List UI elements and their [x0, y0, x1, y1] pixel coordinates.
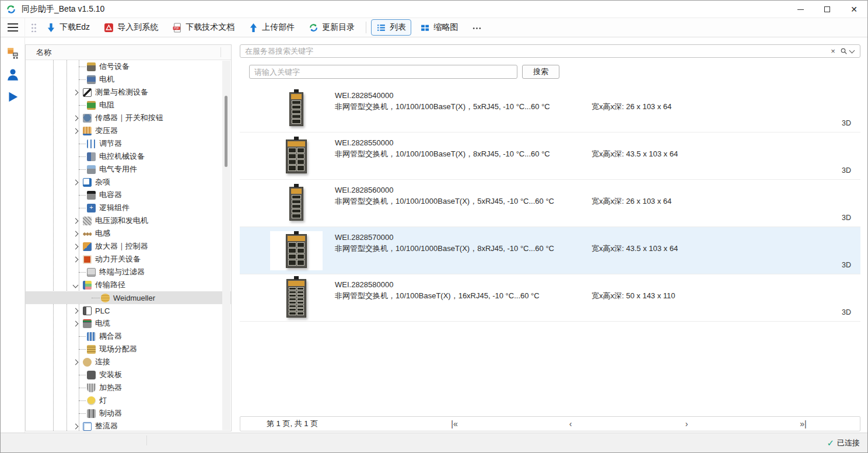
keyword-input[interactable]	[249, 65, 517, 79]
thumbnail-view-button[interactable]: 缩略图	[415, 19, 463, 36]
first-page-button[interactable]: |«	[443, 419, 466, 428]
tree-scrollbar-thumb[interactable]	[225, 96, 228, 167]
pdf-doc-button[interactable]: PDF下载技术文档	[167, 19, 240, 36]
tree-connector	[79, 388, 86, 388]
chevron-right-icon[interactable]	[73, 359, 79, 365]
tree-item[interactable]: 电气专用件	[26, 163, 231, 176]
tree-item[interactable]: 灯	[26, 394, 231, 407]
search-icon[interactable]	[838, 47, 849, 56]
inductor-icon	[83, 229, 92, 238]
measurement-icon	[83, 88, 92, 97]
search-button[interactable]: 搜索	[522, 65, 559, 79]
tree-item[interactable]: 动力开关设备	[26, 253, 231, 266]
tree-item[interactable]: 电压源和发电机	[26, 214, 231, 227]
chevron-right-icon[interactable]	[73, 308, 79, 313]
tree-item[interactable]: 加热器	[26, 381, 231, 394]
tree-item[interactable]: 连接	[26, 356, 231, 368]
terminal-filter-icon	[87, 268, 96, 277]
tree-item-label: 电容器	[99, 190, 122, 200]
tree-connector	[92, 298, 100, 298]
tree-item[interactable]: 电机	[26, 73, 231, 86]
tree-header-label: 名称	[36, 48, 51, 57]
cart-icon[interactable]	[6, 46, 20, 60]
column-resize-handle[interactable]	[220, 47, 221, 57]
tree-item-label: 信号设备	[99, 61, 130, 72]
product-row[interactable]: WEI.2828540000非网管型交换机，10/100/100BaseT(X)…	[240, 85, 860, 133]
toolbar-drag-handle[interactable]	[31, 23, 36, 32]
minimize-button[interactable]	[787, 1, 814, 18]
tree-item[interactable]: Weidmueller	[26, 291, 231, 304]
tree-scrollbar[interactable]	[222, 61, 230, 430]
tree-item-label: 调节器	[99, 138, 122, 149]
close-button[interactable]: ✕	[841, 1, 867, 18]
chevron-right-icon[interactable]	[73, 115, 79, 121]
tree-item[interactable]: 逻辑组件	[26, 201, 231, 214]
user-icon[interactable]	[6, 68, 20, 82]
chevron-right-icon[interactable]	[73, 128, 79, 134]
connection-status: ✓ 已连接	[827, 438, 860, 448]
tree-item[interactable]: 整流器	[26, 420, 231, 431]
tree-item[interactable]: 放大器｜控制器	[26, 240, 231, 253]
tree-item[interactable]: 电缆	[26, 317, 231, 330]
tree-item[interactable]: 电感	[26, 227, 231, 240]
toolbar-button-label: 下载技术文档	[186, 22, 235, 33]
tree-item[interactable]: 传感器｜开关和按钮	[26, 111, 231, 124]
chevron-down-icon[interactable]	[73, 282, 79, 288]
import-system-button[interactable]: 导入到系统	[99, 19, 163, 36]
tree-item[interactable]: 电容器	[26, 189, 231, 201]
tree-item[interactable]: 调节器	[26, 137, 231, 150]
chevron-right-icon[interactable]	[73, 243, 79, 249]
product-part-number: WEI.2828560000	[335, 186, 393, 194]
tree-item[interactable]: 制动器	[26, 407, 231, 420]
product-part-number: WEI.2828580000	[335, 280, 393, 289]
play-icon[interactable]	[6, 90, 20, 104]
chevron-right-icon[interactable]	[73, 218, 79, 224]
electromech-icon	[87, 152, 96, 161]
tree-connector	[79, 144, 86, 144]
refresh-button[interactable]: 更新目录	[303, 19, 360, 36]
server-search-input[interactable]	[240, 47, 828, 55]
chevron-right-icon[interactable]	[73, 320, 79, 326]
product-row[interactable]: WEI.2828570000非网管型交换机，10/100/1000BaseT(X…	[240, 227, 860, 274]
tree-item[interactable]: 传输路径	[26, 278, 231, 291]
chevron-right-icon[interactable]	[73, 89, 79, 95]
pagination-bar: 第 1 页, 共 1 页 |« ‹ › »|	[240, 416, 860, 431]
maximize-button[interactable]	[814, 1, 841, 18]
tree-item[interactable]: 电阻	[26, 99, 231, 111]
menu-button[interactable]	[1, 18, 25, 37]
tree-item-label: 杂项	[95, 177, 110, 187]
tree-item-label: 动力开关设备	[95, 254, 141, 264]
tree-item-label: 变压器	[95, 126, 118, 136]
tree-item[interactable]: 杂项	[26, 176, 231, 189]
product-thumbnail	[270, 231, 323, 270]
tree-item[interactable]: 安装板	[26, 368, 231, 381]
chevron-right-icon[interactable]	[73, 423, 79, 429]
chevron-right-icon[interactable]	[73, 231, 79, 236]
product-dimensions: 宽x高x深: 43.5 x 103 x 64	[592, 243, 678, 254]
product-row[interactable]: WEI.2828580000非网管型交换机，10/100BaseT(X)，16x…	[240, 274, 860, 322]
previous-page-button[interactable]: ‹	[559, 419, 582, 428]
product-row[interactable]: WEI.2828550000非网管型交换机，10/100/100BaseT(X)…	[240, 133, 860, 180]
tree-item[interactable]: 变压器	[26, 124, 231, 137]
download-edz-button[interactable]: 下载Edz	[41, 19, 95, 36]
chevron-down-icon[interactable]	[849, 47, 855, 53]
tree-item[interactable]: 现场分配器	[26, 343, 231, 356]
product-row[interactable]: WEI.2828560000非网管型交换机，10/100/1000BaseT(X…	[240, 180, 860, 227]
tree-item[interactable]: 信号设备	[26, 60, 231, 73]
tree-item[interactable]: 电控机械设备	[26, 150, 231, 163]
next-page-button[interactable]: ›	[675, 419, 698, 428]
list-view-button[interactable]: 列表	[371, 19, 411, 36]
tree-item[interactable]: 耦合器	[26, 330, 231, 343]
clear-search-icon[interactable]: ×	[828, 47, 838, 56]
chevron-right-icon[interactable]	[73, 256, 79, 262]
upload-parts-button[interactable]: 上传部件	[243, 19, 300, 36]
product-part-number: WEI.2828550000	[335, 138, 393, 147]
chevron-right-icon[interactable]	[73, 179, 79, 185]
more-button[interactable]	[467, 20, 487, 36]
last-page-button[interactable]: »|	[792, 419, 815, 428]
tree-item[interactable]: 测量与检测设备	[26, 86, 231, 99]
tree-item[interactable]: PLC	[26, 304, 231, 317]
tree-item[interactable]: 终端与过滤器	[26, 266, 231, 278]
tree-item-label: 放大器｜控制器	[95, 241, 148, 252]
transmission-icon	[83, 281, 92, 290]
